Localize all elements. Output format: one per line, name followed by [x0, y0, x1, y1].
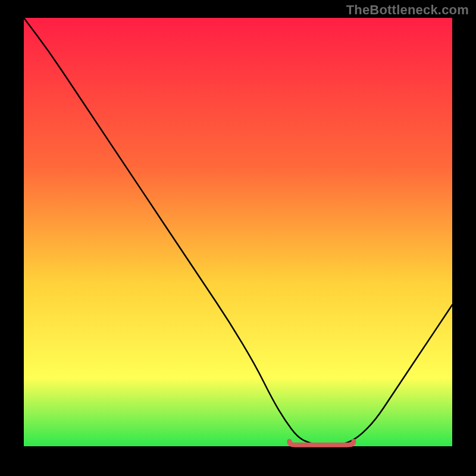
bottleneck-chart [0, 0, 476, 476]
chart-frame: TheBottleneck.com [0, 0, 476, 476]
watermark-text: TheBottleneck.com [346, 2, 469, 18]
gradient-background [24, 18, 452, 446]
